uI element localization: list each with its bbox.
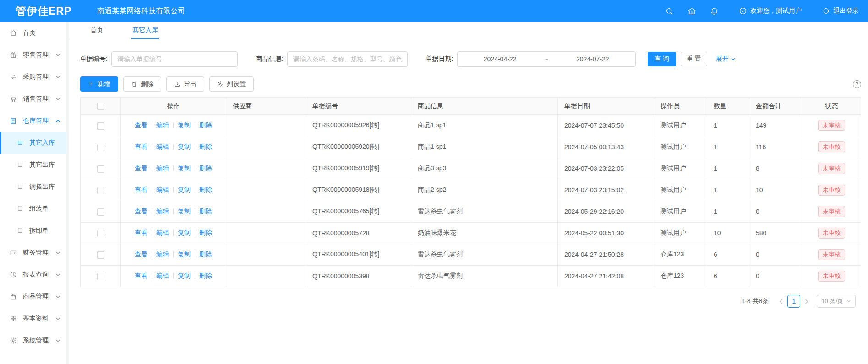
row-action-edit[interactable]: 编辑 (156, 186, 169, 193)
row-action-delete[interactable]: 删除 (199, 143, 212, 150)
chevron-down-icon (846, 299, 851, 304)
row-action-copy[interactable]: 复制 (178, 143, 191, 150)
search-icon[interactable] (665, 7, 674, 16)
operator-cell: 测试用户 (654, 201, 707, 223)
row-action-delete[interactable]: 删除 (199, 121, 212, 129)
column-header: 商品信息 (411, 98, 558, 115)
date-range-picker[interactable]: 2024-04-22 ~ 2024-07-22 (457, 51, 636, 67)
row-action-edit[interactable]: 编辑 (156, 121, 169, 129)
row-action-view[interactable]: 查看 (135, 186, 147, 193)
help-icon[interactable]: ? (853, 80, 861, 88)
row-checkbox[interactable] (97, 187, 104, 194)
sidebar-item-basic-data[interactable]: 基本资料 (0, 308, 66, 330)
action-separator (195, 251, 195, 257)
row-checkbox[interactable] (97, 165, 104, 173)
goods-info-input[interactable] (287, 51, 408, 67)
page-size-select[interactable]: 10 条/页 (817, 295, 856, 308)
row-action-view[interactable]: 查看 (135, 121, 147, 129)
row-action-view[interactable]: 查看 (135, 272, 147, 279)
row-action-delete[interactable]: 删除 (199, 164, 212, 172)
user-welcome[interactable]: 欢迎您，测试用户 (739, 7, 802, 15)
row-action-copy[interactable]: 复制 (178, 207, 191, 215)
row-action-copy[interactable]: 复制 (178, 121, 191, 129)
pagination: 1-8 共8条 1 10 条/页 (69, 295, 868, 308)
row-action-edit[interactable]: 编辑 (156, 143, 169, 150)
file-icon (10, 117, 17, 125)
row-action-edit[interactable]: 编辑 (156, 207, 169, 215)
sidebar-item-home[interactable]: 首页 (0, 22, 66, 44)
sidebar-item-warehouse[interactable]: 仓库管理 (0, 110, 66, 132)
row-checkbox[interactable] (97, 273, 104, 280)
date-start[interactable]: 2024-04-22 (458, 55, 543, 63)
sidebar-item-other-inbound[interactable]: 其它入库 (0, 132, 66, 154)
sidebar-item-retail[interactable]: 零售管理 (0, 44, 66, 66)
sidebar-item-sales[interactable]: 销售管理 (0, 88, 66, 110)
row-action-edit[interactable]: 编辑 (156, 250, 169, 258)
table-row: 查看编辑复制删除QTRK00000005919[转]商品3 sp32024-07… (81, 158, 861, 179)
row-action-copy[interactable]: 复制 (178, 272, 191, 279)
row-actions-cell: 查看编辑复制删除 (121, 179, 226, 201)
sidebar-item-disassembly-order[interactable]: 拆卸单 (0, 220, 66, 242)
sidebar-item-goods[interactable]: 商品管理 (0, 286, 66, 308)
sidebar-item-finance[interactable]: 财务管理 (0, 242, 66, 264)
row-action-delete[interactable]: 删除 (199, 207, 212, 215)
row-action-edit[interactable]: 编辑 (156, 164, 169, 172)
row-checkbox[interactable] (97, 251, 104, 259)
page-number-button[interactable]: 1 (787, 295, 800, 308)
sidebar-item-system[interactable]: 系统管理 (0, 330, 66, 352)
prev-page-icon[interactable] (778, 299, 784, 304)
expand-link[interactable]: 展开 (716, 55, 736, 63)
select-all-checkbox[interactable] (97, 103, 104, 110)
status-cell: 未审核 (802, 158, 861, 179)
reset-button[interactable]: 重置 (681, 52, 707, 66)
export-button[interactable]: 导出 (166, 76, 204, 92)
sidebar-item-assembly-order[interactable]: 组装单 (0, 198, 66, 220)
action-toolbar: 新增 删除 导出 列设置 ? (80, 76, 861, 92)
row-action-view[interactable]: 查看 (135, 164, 147, 172)
row-action-copy[interactable]: 复制 (178, 164, 191, 172)
row-action-view[interactable]: 查看 (135, 250, 147, 258)
bank-icon[interactable] (688, 7, 696, 16)
column-settings-label: 列设置 (227, 80, 246, 88)
date-end[interactable]: 2024-07-22 (550, 55, 635, 63)
logout-text: 退出登录 (833, 7, 859, 15)
row-checkbox[interactable] (97, 144, 104, 151)
next-page-icon[interactable] (803, 299, 809, 304)
row-action-copy[interactable]: 复制 (178, 250, 191, 258)
bill-no-cell: QTRK00000005765[转] (306, 201, 411, 223)
tab-home[interactable]: 首页 (89, 22, 104, 39)
row-action-delete[interactable]: 删除 (199, 229, 212, 236)
action-separator (152, 122, 152, 128)
query-button[interactable]: 查询 (648, 52, 676, 66)
list-icon (17, 184, 23, 190)
row-checkbox[interactable] (97, 122, 104, 130)
row-checkbox[interactable] (97, 208, 104, 216)
add-button[interactable]: 新增 (80, 76, 118, 92)
bill-no-input[interactable] (111, 51, 238, 67)
row-action-copy[interactable]: 复制 (178, 229, 191, 236)
gift-icon (10, 51, 17, 59)
column-settings-button[interactable]: 列设置 (209, 76, 254, 92)
row-action-delete[interactable]: 删除 (199, 250, 212, 258)
row-action-delete[interactable]: 删除 (199, 186, 212, 193)
row-action-view[interactable]: 查看 (135, 143, 147, 150)
sidebar-item-purchase[interactable]: 采购管理 (0, 66, 66, 88)
sidebar-item-transfer-outbound[interactable]: 调拨出库 (0, 176, 66, 198)
pagination-total: 1-8 共8条 (741, 297, 769, 305)
row-action-edit[interactable]: 编辑 (156, 229, 169, 236)
tab-other-inbound[interactable]: 其它入库 (131, 22, 159, 39)
row-action-view[interactable]: 查看 (135, 207, 147, 215)
row-checkbox[interactable] (97, 230, 104, 237)
sidebar-item-other-outbound[interactable]: 其它出库 (0, 154, 66, 176)
row-action-view[interactable]: 查看 (135, 229, 147, 236)
row-action-edit[interactable]: 编辑 (156, 272, 169, 279)
sidebar-item-reports[interactable]: 报表查询 (0, 264, 66, 286)
row-action-copy[interactable]: 复制 (178, 186, 191, 193)
logout-button[interactable]: 退出登录 (822, 7, 859, 15)
row-action-delete[interactable]: 删除 (199, 272, 212, 279)
bell-icon[interactable] (710, 7, 719, 16)
delete-button[interactable]: 删除 (123, 76, 161, 92)
status-badge: 未审核 (818, 249, 845, 260)
bill-no-cell: QTRK00000005918[转] (306, 179, 411, 201)
sidebar-item-label: 其它出库 (29, 161, 55, 169)
